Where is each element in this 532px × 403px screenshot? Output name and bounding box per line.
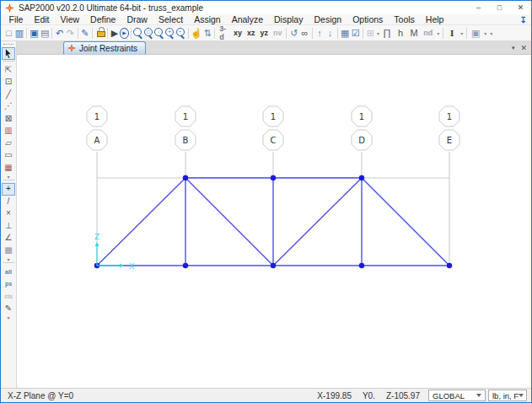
menu-item-define[interactable]: Define	[85, 14, 121, 24]
joint-4[interactable]	[359, 263, 364, 268]
snap-intersections-icon[interactable]: ×	[2, 207, 15, 220]
previous-zoom-icon[interactable]: ◦	[154, 26, 165, 40]
view-yz-button[interactable]: yz	[257, 29, 271, 37]
coordinate-system-select[interactable]: GLOBAL	[428, 390, 486, 401]
frame-member-9[interactable]	[362, 178, 449, 266]
joint-7[interactable]	[271, 175, 276, 180]
menu-item-edit[interactable]: Edit	[29, 14, 55, 24]
move-down-list-icon[interactable]: ↓	[325, 26, 336, 40]
draw-rectangular-area-icon[interactable]: ▭	[2, 149, 15, 162]
side-toolbar: ⇱⊡╱⋰⊠▥▱▭▦▾+/×⊥∠▩▾allpscls✎▾	[1, 41, 17, 388]
run-analysis-play-icon[interactable]: ▶	[110, 26, 121, 40]
refresh-window-pencil-icon[interactable]: ✎	[80, 26, 91, 40]
frame-member-6[interactable]	[97, 178, 185, 266]
open-model-icon[interactable]: ▥	[14, 26, 25, 40]
joint-8[interactable]	[359, 175, 364, 180]
menu-item-assign[interactable]: Assign	[189, 14, 227, 24]
menu-item-view[interactable]: View	[55, 14, 85, 24]
joint-3[interactable]	[271, 263, 276, 268]
menu-item-help[interactable]: Help	[420, 14, 449, 24]
rubber-band-zoom-icon[interactable]	[133, 26, 144, 40]
select-more-dropdown[interactable]: ▾	[6, 314, 12, 320]
menu-item-analyze[interactable]: Analyze	[226, 14, 268, 24]
shape-pi-icon[interactable]: ∏	[380, 26, 394, 40]
draw-special-joint-icon[interactable]: ⊡	[2, 76, 15, 89]
reshape-object-icon[interactable]: ⇱	[2, 64, 15, 77]
download-icon[interactable]: ↧	[520, 15, 527, 24]
object-display-grid-icon[interactable]: ⊞	[365, 26, 376, 40]
new-model-icon[interactable]: □	[3, 26, 14, 40]
move-up-list-icon[interactable]: ↑	[314, 26, 325, 40]
snap-grid-icon[interactable]: ▩	[2, 244, 15, 257]
draw-poly-area-icon[interactable]: ▱	[2, 137, 15, 150]
tab-list-dropdown-icon[interactable]: ▾	[512, 45, 515, 51]
snap-joints-grid-icon[interactable]: +	[2, 183, 15, 196]
shape-h-icon[interactable]: һ	[394, 26, 407, 40]
menu-item-tools[interactable]: Tools	[389, 14, 421, 24]
frame-member-7[interactable]	[185, 178, 273, 266]
quick-draw-braces-icon[interactable]: ⊠	[2, 113, 15, 126]
frame-member-8[interactable]	[273, 178, 362, 266]
units-value: lb, in, F	[492, 391, 519, 400]
shape-nd-button[interactable]: nd	[421, 29, 435, 37]
tab-joint-restraints[interactable]: Joint Restraints	[63, 41, 146, 54]
menu-item-select[interactable]: Select	[153, 14, 188, 24]
tab-label: Joint Restraints	[79, 44, 137, 53]
section-box-icon[interactable]: ▣	[469, 26, 482, 40]
quick-draw-frame-icon[interactable]: ⋰	[2, 100, 15, 113]
display-options-checkbox-icon[interactable]: ☑	[350, 26, 361, 40]
menu-item-options[interactable]: Options	[347, 14, 389, 24]
view-xy-button[interactable]: xy	[231, 29, 245, 37]
draw-more-dropdown[interactable]: ▾	[6, 174, 12, 179]
object-shrink-toggle-icon[interactable]: ⇅	[202, 26, 213, 40]
menu-item-design[interactable]: Design	[309, 14, 347, 24]
select-pointer-icon[interactable]	[2, 47, 15, 60]
pan-hand-icon[interactable]: ☝	[191, 26, 202, 40]
lock-model-icon[interactable]	[94, 26, 105, 40]
print-graphics-icon[interactable]: ▤	[40, 26, 51, 40]
joint-2[interactable]	[183, 263, 188, 268]
section-box-dropdown[interactable]: ▾	[482, 30, 488, 36]
view-nv-button[interactable]: nv	[271, 29, 285, 37]
quick-draw-area-icon[interactable]: ▦	[2, 162, 15, 175]
select-all-icon[interactable]: all	[2, 266, 15, 278]
joint-5[interactable]	[447, 263, 452, 268]
minimize-button[interactable]: –	[468, 1, 489, 14]
zoom-in-icon[interactable]: +	[165, 26, 176, 40]
grid-col-label-E: E	[447, 136, 452, 145]
redo-icon[interactable]: ↷	[65, 26, 76, 40]
menu-item-draw[interactable]: Draw	[121, 14, 153, 24]
shape-dropdown[interactable]: ▾	[435, 30, 441, 36]
units-select[interactable]: lb, in, F	[488, 390, 527, 401]
shape-m-icon[interactable]: M	[407, 26, 421, 40]
zoom-out-icon[interactable]: −	[175, 26, 186, 40]
undo-icon[interactable]: ↶	[54, 26, 65, 40]
display-tables-icon[interactable]: ▦	[340, 26, 351, 40]
snap-perpendicular-icon[interactable]: ⊥	[2, 220, 15, 233]
snap-midpoints-ends-icon[interactable]: /	[2, 196, 15, 208]
rotate-view-icon[interactable]: ↺	[288, 26, 299, 40]
maximize-button[interactable]: □	[489, 1, 510, 14]
joint-6[interactable]	[183, 175, 188, 180]
close-button[interactable]: ✕	[510, 1, 531, 14]
quick-draw-secondary-beams-icon[interactable]: ▥	[2, 125, 15, 137]
restore-full-view-icon[interactable]: □	[144, 26, 155, 40]
model-canvas[interactable]: 1A1B1C1D1EZX	[17, 55, 531, 388]
circled-play-icon[interactable]: ▶	[120, 28, 129, 39]
snap-more-dropdown[interactable]: ▾	[6, 256, 12, 261]
tab-close-icon[interactable]: ✕	[520, 44, 527, 52]
i-section-dropdown[interactable]: ▾	[459, 30, 465, 36]
perspective-glasses-icon[interactable]: ∞	[299, 26, 310, 40]
save-model-icon[interactable]: ▣	[29, 26, 40, 40]
view-xz-button[interactable]: xz	[245, 29, 258, 37]
draw-frame-icon[interactable]: ╱	[2, 89, 15, 101]
intersecting-line-select-icon[interactable]: ✎	[2, 303, 15, 315]
previous-selection-icon[interactable]: ps	[2, 278, 15, 291]
extra-dropdown[interactable]: ▾	[488, 30, 494, 36]
menu-item-file[interactable]: File	[3, 14, 29, 24]
i-section-icon[interactable]: I	[445, 26, 459, 40]
menu-item-display[interactable]: Display	[269, 14, 309, 24]
snap-lines-edges-icon[interactable]: ∠	[2, 232, 15, 244]
view-3d-button[interactable]: 3-d	[217, 24, 231, 41]
clear-selection-icon[interactable]: cls	[2, 290, 15, 303]
